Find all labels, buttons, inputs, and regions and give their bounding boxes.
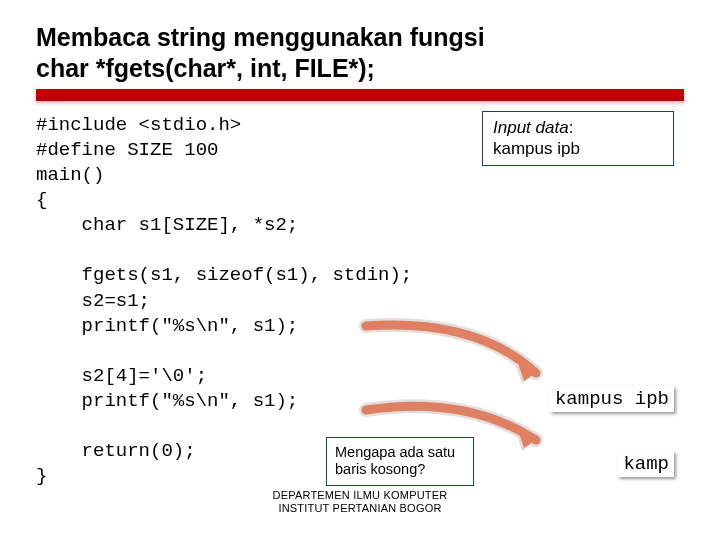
- footer-line-1: DEPARTEMEN ILMU KOMPUTER: [273, 489, 448, 501]
- slide-title: Membaca string menggunakan fungsi char *…: [36, 22, 684, 83]
- title-line-1: Membaca string menggunakan fungsi: [36, 23, 485, 51]
- code-line: fgets(s1, sizeof(s1), stdin);: [36, 264, 412, 286]
- title-underline: [36, 89, 684, 101]
- code-line: {: [36, 189, 47, 211]
- code-line: main(): [36, 164, 104, 186]
- code-line: }: [36, 465, 47, 487]
- code-line: char s1[SIZE], *s2;: [36, 214, 298, 236]
- output-2: kamp: [618, 451, 674, 477]
- footer-line-2: INSTITUT PERTANIAN BOGOR: [278, 502, 441, 514]
- code-line: s2[4]='\0';: [36, 365, 207, 387]
- callout-box: Mengapa ada satu baris kosong?: [326, 437, 474, 486]
- code-line: printf("%s\n", s1);: [36, 315, 298, 337]
- code-line: printf("%s\n", s1);: [36, 390, 298, 412]
- title-line-2: char *fgets(char*, int, FILE*);: [36, 54, 375, 82]
- code-line: #define SIZE 100: [36, 139, 218, 161]
- code-line: s2=s1;: [36, 290, 150, 312]
- code-block: #include <stdio.h> #define SIZE 100 main…: [36, 113, 684, 489]
- code-line: return(0);: [36, 440, 196, 462]
- code-line: #include <stdio.h>: [36, 114, 241, 136]
- slide-body: Input data: kampus ipb #include <stdio.h…: [36, 113, 684, 489]
- footer: DEPARTEMEN ILMU KOMPUTER INSTITUT PERTAN…: [0, 489, 720, 517]
- output-1: kampus ipb: [550, 386, 674, 412]
- slide: Membaca string menggunakan fungsi char *…: [0, 0, 720, 540]
